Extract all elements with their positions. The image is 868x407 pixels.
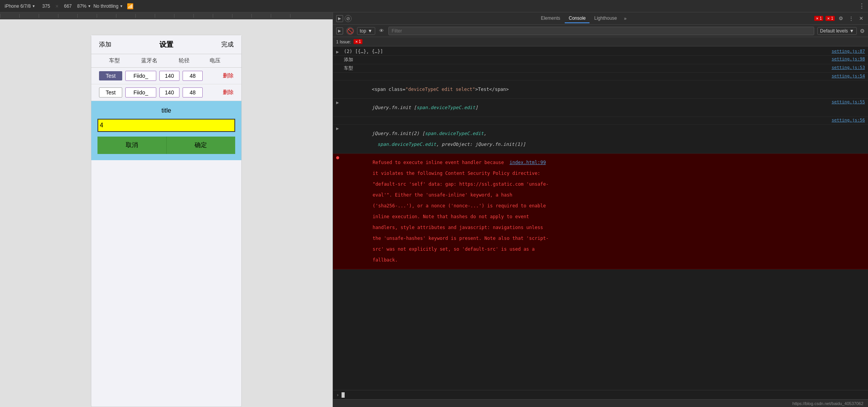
ruler-mark (39, 14, 58, 18)
console-filter-input[interactable] (388, 27, 814, 35)
context-label: top (360, 28, 366, 34)
throttle-selector[interactable]: No throttling ▼ (93, 3, 123, 9)
console-entry-content (344, 118, 829, 123)
console-entry-content: (2) [{…}, {…}] (344, 49, 829, 54)
console-entry: 车型 setting.js:53 (333, 64, 868, 73)
log-levels-selector[interactable]: Default levels ▼ (817, 27, 857, 35)
context-chevron: ▼ (368, 28, 372, 34)
table-row: Test Fiido_ 140 48 删除 (91, 84, 241, 101)
ruler-marks (0, 14, 333, 18)
zoom-label: 87% (77, 3, 87, 9)
console-entry-content: 车型 (344, 65, 829, 72)
source-link[interactable]: setting.js:53 (832, 65, 865, 70)
console-entry: setting.js:54 (333, 73, 868, 80)
console-input-line: › (333, 390, 868, 399)
done-button[interactable]: 完成 (221, 41, 234, 49)
ruler-mark (155, 14, 174, 18)
mobile-app: 添加 设置 完成 车型 蓝牙名 轮径 电压 Test Fiido_ 140 48 (91, 35, 242, 407)
ruler-horizontal (0, 12, 333, 19)
console-entry: ▶ jQuery.fn.init [span.deviceTypeC.edit]… (333, 99, 868, 117)
source-link[interactable]: setting.js:98 (832, 56, 865, 62)
context-selector[interactable]: top ▼ (357, 27, 375, 35)
dialog-input[interactable] (97, 119, 235, 132)
error-count: 1 (820, 16, 822, 21)
console-output[interactable]: ▶ (2) [{…}, {…}] setting.js:87 添加 settin… (333, 46, 868, 390)
throttle-chevron: ▼ (120, 4, 123, 8)
status-url: https://blog.csdn.net/baidu_40537062 (793, 401, 863, 406)
height-value[interactable]: 667 (61, 3, 75, 9)
row2-wheel[interactable]: 140 (159, 87, 179, 97)
width-value[interactable]: 375 (39, 3, 53, 9)
error-source-link[interactable]: index.html:99 (509, 160, 546, 165)
device-label: iPhone 6/7/8 (5, 3, 31, 9)
preview-content: 添加 设置 完成 车型 蓝牙名 轮径 电压 Test Fiido_ 140 48 (0, 19, 333, 407)
dialog-title: title (97, 107, 235, 114)
console-entry: ▶ (2) [{…}, {…}] setting.js:87 (333, 48, 868, 56)
row1-volt[interactable]: 48 (183, 71, 203, 81)
browser-toolbar: iPhone 6/7/8 ▼ 375 × 667 87% ▼ No thrott… (0, 0, 868, 12)
more-icon[interactable]: ⋮ (847, 15, 855, 22)
zoom-chevron: ▼ (88, 4, 91, 8)
ruler-mark (77, 14, 97, 18)
add-button[interactable]: 添加 (99, 41, 111, 49)
row2-volt[interactable]: 48 (183, 87, 203, 97)
settings-icon[interactable]: ⚙ (837, 15, 845, 22)
warning-badge[interactable]: ✕ 1 (825, 16, 835, 21)
col-volt-header: 电压 (200, 57, 231, 64)
ruler-mark (58, 14, 77, 18)
row1-type[interactable]: Test (99, 71, 122, 80)
issues-count-badge[interactable]: ✕ 1 (354, 39, 363, 44)
devtools-stop-button[interactable]: ⊘ (345, 15, 352, 22)
source-link[interactable]: setting.js:55 (832, 99, 865, 104)
console-cursor (342, 392, 345, 398)
dialog-confirm-button[interactable]: 确定 (166, 137, 236, 154)
expand-arrow-icon[interactable]: ▶ (336, 49, 341, 55)
console-error-entry: ● Refused to execute inline event handle… (333, 154, 868, 269)
throttle-label: No throttling (93, 3, 118, 9)
tab-elements[interactable]: Elements (537, 14, 564, 23)
console-entry-content: 添加 (344, 56, 829, 63)
row1-bt[interactable]: Fiido_ (125, 71, 156, 81)
ruler-mark (271, 14, 290, 18)
row2-delete[interactable]: 删除 (223, 89, 234, 96)
devtools-run-button[interactable]: ▶ (336, 15, 343, 22)
log-levels-chevron: ▼ (849, 28, 854, 34)
clear-log-button[interactable]: 🚫 (346, 27, 354, 35)
console-entry: 添加 setting.js:98 (333, 56, 868, 64)
expand-arrow-icon[interactable]: ▶ (336, 100, 341, 105)
execute-button[interactable]: ▶ (336, 27, 343, 34)
close-icon[interactable]: ✕ (858, 15, 865, 22)
expand-arrow-icon[interactable]: ▶ (336, 126, 341, 131)
ruler-mark (97, 14, 116, 18)
dialog-cancel-button[interactable]: 取消 (97, 137, 166, 154)
zoom-selector[interactable]: 87% ▼ (77, 3, 91, 9)
ruler-mark (232, 14, 251, 18)
console-prompt-icon: › (336, 392, 339, 398)
dialog-buttons: 取消 确定 (97, 137, 235, 154)
col-wheel-header: 轮径 (169, 57, 200, 64)
error-badge[interactable]: ✕ 1 (814, 16, 824, 21)
error-circle-icon: ● (336, 154, 342, 160)
row1-delete[interactable]: 删除 (223, 72, 234, 79)
row2-bt[interactable]: Fiido_ (125, 87, 156, 97)
row2-type[interactable]: Test (99, 87, 122, 97)
device-chevron: ▼ (32, 4, 35, 8)
console-entry-content (344, 74, 829, 79)
ruler-mark (174, 14, 193, 18)
source-link[interactable]: setting.js:56 (832, 118, 865, 123)
device-selector[interactable]: iPhone 6/7/8 ▼ (3, 3, 37, 10)
ruler-mark (0, 14, 19, 18)
table-row: Test Fiido_ 140 48 删除 (91, 68, 241, 84)
source-link[interactable]: setting.js:87 (832, 49, 865, 54)
warning-x-icon: ✕ (827, 17, 830, 21)
tab-more-icon[interactable]: » (622, 14, 629, 23)
row1-wheel[interactable]: 140 (159, 71, 179, 81)
source-link[interactable]: setting.js:54 (832, 74, 865, 79)
tab-console[interactable]: Console (565, 14, 589, 23)
live-expression-button[interactable]: 👁 (378, 27, 385, 34)
tab-lighthouse[interactable]: Lighthouse (590, 14, 621, 23)
more-options-icon[interactable]: ⋮ (859, 2, 865, 10)
dialog-input-wrap (97, 119, 235, 132)
console-settings-icon[interactable]: ⚙ (860, 28, 865, 34)
ruler-mark (290, 14, 309, 18)
